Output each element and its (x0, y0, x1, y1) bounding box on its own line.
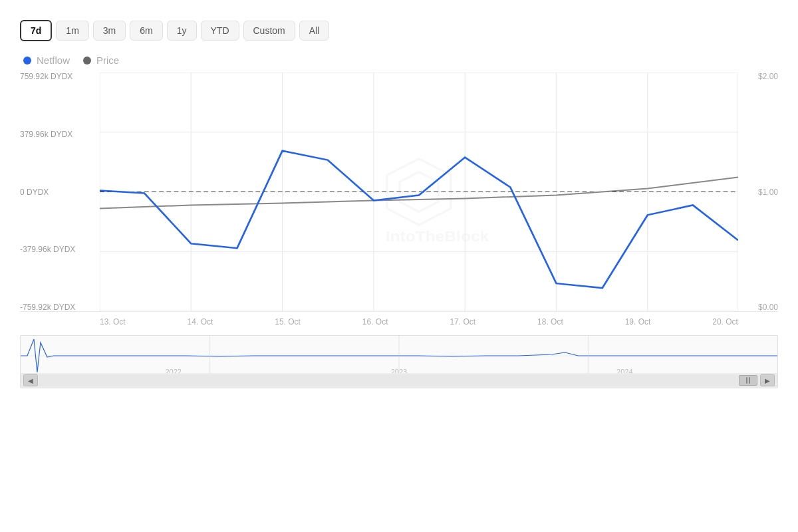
watermark: IntoTheBlock (386, 159, 489, 245)
x-label-17.-oct: 17. Oct (450, 317, 475, 327)
time-btn-1y[interactable]: 1y (167, 21, 197, 41)
y-axis-left: 759.92k DYDX 379.96k DYDX 0 DYDX -379.96… (20, 72, 100, 311)
handle-lines (746, 377, 750, 384)
x-label-15.-oct: 15. Oct (275, 317, 301, 327)
svg-text:IntoTheBlock: IntoTheBlock (386, 229, 489, 245)
mini-chart-svg (21, 336, 777, 376)
nav-right-arrow[interactable]: ▶ (760, 374, 775, 386)
y-right-bottom: $0.00 (758, 303, 778, 311)
time-btn-custom[interactable]: Custom (243, 21, 295, 41)
mini-chart: 2022 2023 2024 ◀ ▶ (20, 335, 778, 388)
x-label-19.-oct: 19. Oct (625, 317, 651, 327)
navigator-bar: ◀ ▶ (21, 373, 777, 388)
time-btn-7d[interactable]: 7d (20, 20, 52, 41)
time-range-selector: 7d1m3m6m1yYTDCustomAll (20, 13, 778, 41)
time-btn-ytd[interactable]: YTD (201, 21, 239, 41)
y-right-mid: $1.00 (758, 188, 778, 196)
time-btn-all[interactable]: All (299, 21, 330, 41)
x-label-18.-oct: 18. Oct (537, 317, 563, 327)
main-chart: 759.92k DYDX 379.96k DYDX 0 DYDX -379.96… (20, 72, 778, 312)
y-axis-right: $2.00 $1.00 $0.00 (738, 72, 778, 311)
legend-price: Price (83, 55, 119, 66)
handle-line-2 (749, 377, 750, 384)
chart-container: 7d1m3m6m1yYTDCustomAll Netflow Price 759… (0, 0, 798, 532)
y-right-top: $2.00 (758, 72, 778, 80)
netflow-dot (23, 57, 31, 65)
y-label-upper: 379.96k DYDX (20, 130, 100, 138)
y-label-mid: 0 DYDX (20, 188, 100, 196)
price-line (100, 178, 738, 209)
nav-handle[interactable] (739, 375, 757, 386)
y-label-bottom: -759.92k DYDX (20, 303, 100, 311)
chart-legend: Netflow Price (20, 55, 778, 66)
time-btn-6m[interactable]: 6m (130, 21, 162, 41)
chart-svg: IntoTheBlock (100, 72, 738, 311)
x-label-20.-oct: 20. Oct (712, 317, 738, 327)
nav-left-arrow[interactable]: ◀ (23, 374, 38, 386)
x-axis: 13. Oct14. Oct15. Oct16. Oct17. Oct18. O… (20, 312, 778, 332)
price-label: Price (96, 55, 119, 66)
nav-track (39, 374, 759, 386)
legend-netflow: Netflow (23, 55, 70, 66)
handle-line-1 (746, 377, 747, 384)
y-label-lower: -379.96k DYDX (20, 245, 100, 253)
y-label-top: 759.92k DYDX (20, 72, 100, 80)
price-dot (83, 57, 91, 65)
time-btn-3m[interactable]: 3m (93, 21, 126, 41)
netflow-label: Netflow (37, 55, 70, 66)
time-btn-1m[interactable]: 1m (56, 21, 88, 41)
x-label-16.-oct: 16. Oct (362, 317, 388, 327)
x-label-13.-oct: 13. Oct (100, 317, 126, 327)
main-chart-wrapper: 759.92k DYDX 379.96k DYDX 0 DYDX -379.96… (20, 72, 778, 388)
x-label-14.-oct: 14. Oct (188, 317, 213, 327)
